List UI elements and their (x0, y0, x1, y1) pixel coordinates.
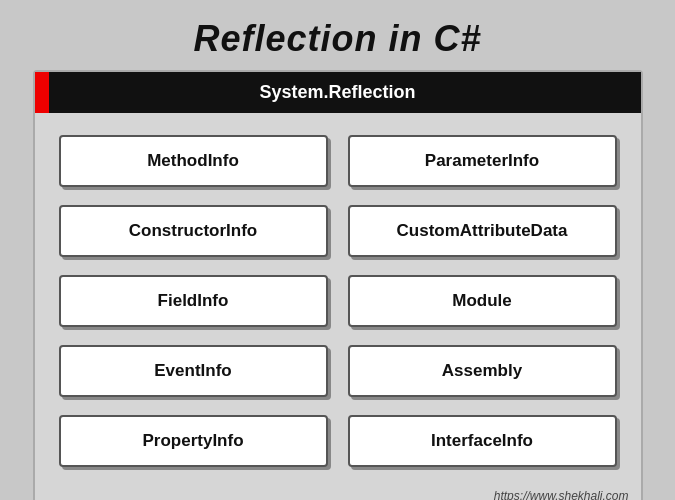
header-label: System.Reflection (259, 82, 415, 102)
grid-item-customattributedata: CustomAttributeData (348, 205, 617, 257)
grid-item-parameterinfo: ParameterInfo (348, 135, 617, 187)
items-grid: MethodInfoParameterInfoConstructorInfoCu… (35, 113, 641, 485)
red-marker (35, 72, 49, 113)
footer: https://www.shekhali.com (35, 485, 641, 500)
grid-item-module: Module (348, 275, 617, 327)
grid-item-interfaceinfo: InterfaceInfo (348, 415, 617, 467)
grid-item-fieldinfo: FieldInfo (59, 275, 328, 327)
grid-item-assembly: Assembly (348, 345, 617, 397)
grid-item-eventinfo: EventInfo (59, 345, 328, 397)
grid-item-propertyinfo: PropertyInfo (59, 415, 328, 467)
footer-url: https://www.shekhali.com (494, 489, 629, 500)
main-container: System.Reflection MethodInfoParameterInf… (33, 70, 643, 500)
header-bar: System.Reflection (35, 72, 641, 113)
grid-item-methodinfo: MethodInfo (59, 135, 328, 187)
grid-item-constructorinfo: ConstructorInfo (59, 205, 328, 257)
page-title: Reflection in C# (193, 18, 481, 60)
